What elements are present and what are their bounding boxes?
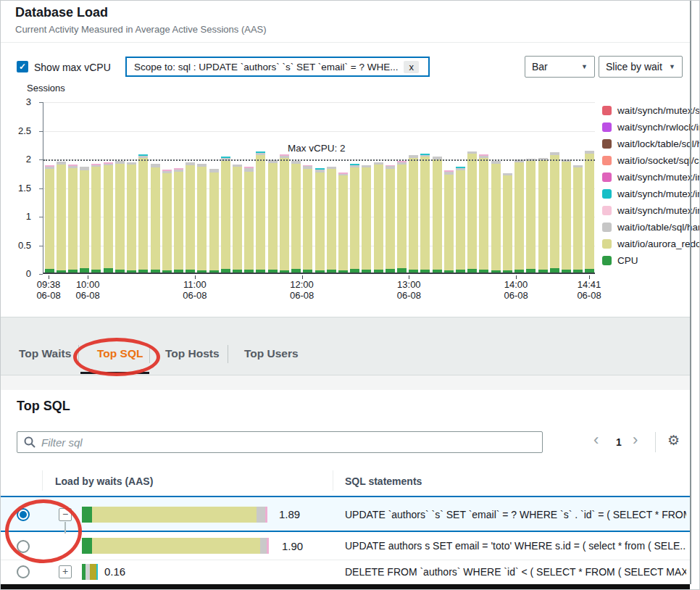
chart-bar[interactable] xyxy=(138,154,148,273)
show-max-vcpu-checkbox[interactable]: ✓ xyxy=(17,61,28,72)
x-tick-label: 13:0006-08 xyxy=(397,279,421,301)
chart-bar[interactable] xyxy=(303,165,312,273)
y-tick-mark xyxy=(39,159,43,160)
y-tick-label: 2.5 xyxy=(18,125,31,136)
page-previous-icon[interactable]: ‹ xyxy=(593,433,599,447)
chart-bar[interactable] xyxy=(514,159,524,273)
chart-bar[interactable] xyxy=(91,164,101,273)
chart-bar[interactable] xyxy=(127,162,136,273)
tab-top-users[interactable]: Top Users xyxy=(244,347,299,360)
page-next-icon[interactable]: › xyxy=(633,433,638,447)
legend-label: wait/synch/mutex/inn xyxy=(617,205,699,216)
chart-bar[interactable] xyxy=(291,161,301,273)
chart-bar[interactable] xyxy=(573,165,583,273)
column-separator xyxy=(42,470,43,491)
legend-item[interactable]: wait/io/table/sql/hanc xyxy=(602,219,699,236)
performance-insights-panel: Database Load Current Activity Measured … xyxy=(0,0,700,590)
chart-bar[interactable] xyxy=(338,173,348,273)
page-subtitle: Current Activity Measured in Average Act… xyxy=(15,24,267,35)
legend-item[interactable]: wait/synch/rwlock/inn xyxy=(602,119,699,136)
table-row[interactable]: − 1.89 UPDATE `authors` `s` SET `email` … xyxy=(1,496,691,532)
chart-bar[interactable] xyxy=(57,162,66,273)
chart-bar[interactable] xyxy=(526,159,536,273)
legend-label: CPU xyxy=(617,255,638,266)
gridline xyxy=(43,102,595,103)
remove-scope-icon[interactable]: x xyxy=(404,61,419,73)
chart-bar[interactable] xyxy=(174,168,183,273)
chart-type-dropdown[interactable]: Bar ▼ xyxy=(525,56,595,78)
scope-filter-text: Scope to: sql : UPDATE `authors` `s` SET… xyxy=(134,62,398,72)
chart-bar[interactable] xyxy=(197,164,207,273)
chart-bar[interactable] xyxy=(162,170,172,273)
chart-bar[interactable] xyxy=(562,159,571,273)
tab-top-waits[interactable]: Top Waits xyxy=(19,347,71,360)
chart-bar[interactable] xyxy=(362,165,371,273)
collapse-icon[interactable]: − xyxy=(59,508,72,521)
chart-bar[interactable] xyxy=(115,161,125,273)
chart-bar[interactable] xyxy=(479,154,488,273)
legend-item[interactable]: wait/io/aurora_redo_lo xyxy=(602,236,699,252)
y-tick-mark xyxy=(39,102,43,103)
chart-bar[interactable] xyxy=(456,167,465,273)
vertical-scrollbar[interactable] xyxy=(690,1,691,584)
row-radio[interactable] xyxy=(17,540,30,553)
tab-separator xyxy=(228,345,228,363)
chart-bar[interactable] xyxy=(151,164,160,273)
row-radio[interactable] xyxy=(17,565,30,578)
y-tick-mark xyxy=(39,246,43,246)
load-value: 1.89 xyxy=(279,508,300,520)
chart-bar[interactable] xyxy=(538,158,548,273)
expand-icon[interactable]: + xyxy=(59,565,72,578)
chart-bar[interactable] xyxy=(420,154,430,273)
sql-filter-input[interactable] xyxy=(41,436,536,449)
chart-bar[interactable] xyxy=(268,160,278,273)
chart-bar[interactable] xyxy=(280,154,289,273)
chart-bar[interactable] xyxy=(104,162,113,273)
chart-bar[interactable] xyxy=(327,167,336,273)
chart-bar[interactable] xyxy=(68,165,78,273)
chart-bar[interactable] xyxy=(433,157,442,273)
chart-bar[interactable] xyxy=(409,155,418,273)
chart-bar[interactable] xyxy=(244,167,254,273)
chart-bar[interactable] xyxy=(221,157,230,273)
load-by-waits-bar xyxy=(82,538,269,554)
legend-item[interactable]: wait/synch/mutex/inn xyxy=(602,186,699,202)
chart-bar[interactable] xyxy=(209,169,219,273)
legend-item[interactable]: wait/synch/mutex/sql/ xyxy=(602,102,699,119)
load-chart-plot[interactable]: Max vCPU: 2 xyxy=(43,102,595,274)
chart-bar[interactable] xyxy=(467,151,477,273)
chart-bar[interactable] xyxy=(256,151,265,273)
chart-bar[interactable] xyxy=(186,162,195,273)
chart-bar[interactable] xyxy=(386,165,395,273)
chart-bar[interactable] xyxy=(397,161,407,273)
chart-bar[interactable] xyxy=(374,162,383,273)
sql-statement-link[interactable]: DELETE FROM `authors` WHERE `id` < ( SEL… xyxy=(345,566,686,578)
legend-label: wait/synch/mutex/sql/ xyxy=(617,105,699,116)
chart-bar[interactable] xyxy=(350,164,359,273)
gear-icon[interactable]: ⚙ xyxy=(667,432,680,449)
legend-item[interactable]: CPU xyxy=(602,252,699,269)
chart-bar[interactable] xyxy=(550,152,559,273)
sql-statement-link[interactable]: UPDATE `authors` `s` SET `email` = ? WHE… xyxy=(345,509,686,520)
tab-top-sql[interactable]: Top SQL xyxy=(97,347,143,360)
table-row[interactable]: + 0.16 DELETE FROM `authors` WHERE `id` … xyxy=(1,560,691,584)
row-radio-selected[interactable] xyxy=(17,508,30,521)
legend-item[interactable]: wait/synch/mutex/inn xyxy=(602,169,699,186)
legend-item[interactable]: wait/lock/table/sql/ha xyxy=(602,136,699,152)
table-row[interactable]: 1.90 UPDATE authors s SET email = 'toto'… xyxy=(1,533,691,560)
sql-statement-link[interactable]: UPDATE authors s SET email = 'toto' WHER… xyxy=(345,540,686,552)
chart-bar[interactable] xyxy=(491,161,501,273)
chart-bar[interactable] xyxy=(585,151,594,273)
search-icon xyxy=(24,436,36,448)
chart-bar[interactable] xyxy=(233,165,242,273)
chart-bar[interactable] xyxy=(444,170,454,273)
legend-item[interactable]: wait/io/socket/sql/clie xyxy=(602,152,699,169)
scope-filter-tag: Scope to: sql : UPDATE `authors` `s` SET… xyxy=(125,57,430,77)
legend-item[interactable]: wait/synch/mutex/inn xyxy=(602,202,699,219)
chart-bar[interactable] xyxy=(45,165,54,273)
chart-bar[interactable] xyxy=(503,173,512,273)
tab-top-hosts[interactable]: Top Hosts xyxy=(165,347,220,360)
slice-by-dropdown[interactable]: Slice by wait ▼ xyxy=(599,56,683,78)
chart-bar[interactable] xyxy=(315,168,325,273)
chart-bar[interactable] xyxy=(80,167,89,273)
